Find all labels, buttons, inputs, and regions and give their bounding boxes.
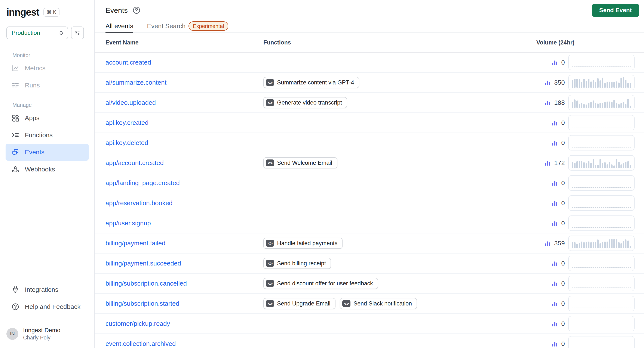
volume-sparkline xyxy=(568,155,634,171)
function-name: Send discount offer for user feedback xyxy=(277,280,373,287)
volume-count: 0 xyxy=(561,139,565,146)
tab-label: All events xyxy=(106,22,133,30)
function-badge[interactable]: <>Send billing receipt xyxy=(264,258,331,269)
zero-baseline xyxy=(572,267,631,268)
sidebar-item-label: Events xyxy=(25,149,44,156)
volume-sparkline xyxy=(568,276,634,291)
sidebar-item-label: Help and Feedback xyxy=(25,303,80,310)
function-badge[interactable]: <>Send discount offer for user feedback xyxy=(264,278,378,289)
function-name: Send Slack notification xyxy=(354,300,412,307)
zero-baseline xyxy=(572,187,631,188)
zero-baseline xyxy=(572,207,631,208)
zero-baseline xyxy=(572,66,631,67)
event-name-link[interactable]: billing/subscription.cancelled xyxy=(106,280,187,287)
section-label: Monitor xyxy=(12,52,94,58)
environment-row: Production xyxy=(6,26,94,39)
bar-chart-icon xyxy=(551,280,558,287)
event-name-link[interactable]: app/account.created xyxy=(106,159,164,166)
sidebar-item-events[interactable]: Events xyxy=(6,144,89,161)
user-profile[interactable]: IN Inngest Demo Charly Poly xyxy=(0,321,94,346)
table-row: api.key.deleted0 xyxy=(95,133,644,153)
volume-sparkline xyxy=(568,115,634,130)
bar-chart-icon xyxy=(544,240,551,247)
tab-event-search[interactable]: Event SearchExperimental xyxy=(147,20,228,33)
function-badge[interactable]: <>Send Upgrade Email xyxy=(264,298,336,309)
runs-icon xyxy=(12,81,19,89)
sidebar-item-runs[interactable]: Runs xyxy=(0,77,94,94)
sidebar-item-label: Apps xyxy=(25,114,39,122)
volume-count: 0 xyxy=(561,59,565,66)
event-name-link[interactable]: app/reservation.booked xyxy=(106,199,173,207)
environment-select[interactable]: Production xyxy=(6,26,68,39)
table-row: event.collection.archived0 xyxy=(95,334,644,348)
chevron-updown-icon xyxy=(58,30,64,36)
tab-label: Event Search xyxy=(147,22,186,30)
zero-baseline xyxy=(572,147,631,147)
bar-chart-icon xyxy=(544,99,551,106)
sidebar-item-functions[interactable]: Functions xyxy=(0,127,94,144)
sidebar-item-apps[interactable]: Apps xyxy=(0,109,94,127)
sliders-icon xyxy=(74,29,81,36)
logo-row: inngest ⌘ K xyxy=(0,0,94,18)
event-name-link[interactable]: customer/pickup.ready xyxy=(106,320,170,327)
table-row: ai/summarize.content<>Summarize content … xyxy=(95,73,644,93)
table-header: Event Name Functions Volume (24hr) xyxy=(95,33,644,52)
tab-all-events[interactable]: All events xyxy=(106,20,133,33)
user-subtitle: Charly Poly xyxy=(23,335,60,341)
event-name-link[interactable]: ai/summarize.content xyxy=(106,79,166,86)
function-name: Send Welcome Email xyxy=(277,160,332,166)
event-name-link[interactable]: billing/subscription.started xyxy=(106,300,179,307)
bar-chart-icon xyxy=(551,140,558,146)
volume-count: 0 xyxy=(561,340,565,347)
volume-count: 0 xyxy=(561,320,565,327)
event-name-link[interactable]: api.key.deleted xyxy=(106,139,148,146)
sidebar: inngest ⌘ K Production MonitorMetricsRun… xyxy=(0,0,95,348)
event-name-link[interactable]: billing/payment.failed xyxy=(106,240,166,247)
table-row: app/landing_page.created0 xyxy=(95,173,644,193)
function-badge[interactable]: <>Handle failed payments xyxy=(264,238,342,249)
help-icon[interactable] xyxy=(132,6,140,14)
table-row: app/reservation.booked0 xyxy=(95,193,644,213)
sidebar-item-metrics[interactable]: Metrics xyxy=(0,60,94,77)
bar-chart-icon xyxy=(551,220,558,226)
function-name: Send billing receipt xyxy=(277,260,326,267)
inngest-logo[interactable]: inngest xyxy=(6,6,39,18)
environment-label: Production xyxy=(12,29,40,36)
table-row: billing/subscription.cancelled<>Send dis… xyxy=(95,274,644,294)
plug-icon xyxy=(12,286,19,294)
volume-sparkline xyxy=(568,336,634,348)
event-name-link[interactable]: ai/video.uploaded xyxy=(106,99,156,106)
bar-chart-icon xyxy=(551,260,558,267)
function-badge[interactable]: <>Generate video transcript xyxy=(264,97,347,108)
send-event-button[interactable]: Send Event xyxy=(592,4,639,17)
function-badge[interactable]: <>Send Welcome Email xyxy=(264,157,338,168)
chart-line-icon xyxy=(12,64,19,72)
event-name-link[interactable]: billing/payment.succeeded xyxy=(106,260,181,267)
events-icon xyxy=(12,148,19,156)
volume-count: 0 xyxy=(561,280,565,287)
volume-count: 0 xyxy=(561,260,565,267)
command-k-shortcut: ⌘ K xyxy=(44,8,60,17)
event-name-link[interactable]: api.key.created xyxy=(106,119,148,126)
code-icon: <> xyxy=(266,99,274,106)
webhook-icon xyxy=(12,165,19,173)
event-name-link[interactable]: app/user.signup xyxy=(106,220,151,227)
table-row: billing/subscription.started<>Send Upgra… xyxy=(95,294,644,314)
apps-icon xyxy=(12,114,19,122)
sidebar-item-integrations[interactable]: Integrations xyxy=(0,281,94,298)
function-badge[interactable]: <>Summarize content via GPT-4 xyxy=(264,77,359,88)
volume-sparkline xyxy=(568,256,634,271)
event-name-link[interactable]: app/landing_page.created xyxy=(106,179,180,186)
environment-settings-button[interactable] xyxy=(71,26,84,39)
event-name-link[interactable]: event.collection.archived xyxy=(106,340,176,347)
bar-chart-icon xyxy=(551,321,558,327)
function-badge[interactable]: <>Send Slack notification xyxy=(340,298,417,309)
table-row: account.created0 xyxy=(95,52,644,73)
sidebar-item-help-and-feedback[interactable]: Help and Feedback xyxy=(0,298,94,315)
table-row: billing/payment.succeeded<>Send billing … xyxy=(95,254,644,274)
section-label: Manage xyxy=(12,102,94,108)
volume-count: 0 xyxy=(561,179,565,187)
sidebar-item-webhooks[interactable]: Webhooks xyxy=(0,161,94,178)
event-name-link[interactable]: account.created xyxy=(106,59,151,66)
column-header-event-name: Event Name xyxy=(95,39,264,46)
